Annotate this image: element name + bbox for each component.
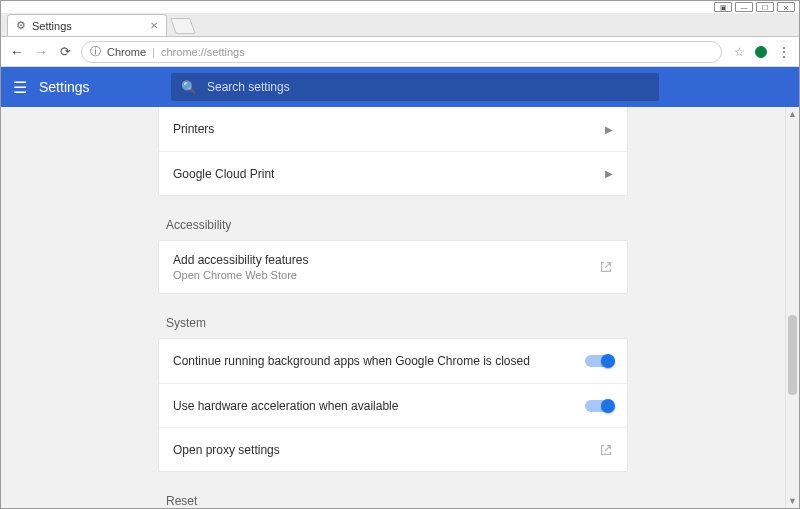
browser-tab-settings[interactable]: ⚙ Settings ✕ [7, 14, 167, 36]
settings-row-hardware-accel[interactable]: Use hardware acceleration when available [159, 383, 627, 427]
toggle-hardware-accel[interactable] [585, 400, 613, 412]
browser-menu-button[interactable]: ⋮ [777, 44, 791, 60]
navigation-bar: ← → ⟳ ⓘ Chrome | chrome://settings ☆ ⋮ [1, 37, 799, 67]
address-bar[interactable]: ⓘ Chrome | chrome://settings [81, 41, 722, 63]
section-label-system: System [166, 316, 628, 330]
hamburger-menu-icon[interactable]: ☰ [13, 78, 27, 97]
section-label-accessibility: Accessibility [166, 218, 628, 232]
tab-strip: ⚙ Settings ✕ [1, 13, 799, 37]
window-close-button[interactable]: ⨯ [777, 2, 795, 12]
scroll-up-arrow[interactable]: ▲ [786, 107, 799, 121]
tab-title: Settings [32, 20, 144, 32]
tab-close-icon[interactable]: ✕ [150, 20, 158, 31]
row-title: Add accessibility features [173, 253, 308, 267]
page-title: Settings [39, 79, 90, 95]
external-link-icon [599, 443, 613, 457]
extension-icon[interactable] [755, 46, 767, 58]
nav-forward-button[interactable]: → [33, 44, 49, 60]
row-label: Printers [173, 122, 214, 136]
toggle-background-apps[interactable] [585, 355, 613, 367]
settings-content: Printers ▶ Google Cloud Print ▶ Accessib… [1, 107, 785, 508]
window-title-bar: ▣ — ☐ ⨯ [1, 1, 799, 13]
row-subtitle: Open Chrome Web Store [173, 269, 308, 281]
row-label: Use hardware acceleration when available [173, 399, 398, 413]
search-icon: 🔍 [181, 80, 197, 95]
bookmark-star-icon[interactable]: ☆ [734, 45, 745, 59]
nav-back-button[interactable]: ← [9, 44, 25, 60]
external-link-icon [599, 260, 613, 274]
window-minimize-button[interactable]: — [735, 2, 753, 12]
address-scheme: Chrome [107, 46, 146, 58]
site-info-icon[interactable]: ⓘ [90, 44, 101, 59]
settings-row-accessibility[interactable]: Add accessibility features Open Chrome W… [159, 241, 627, 293]
nav-reload-button[interactable]: ⟳ [57, 44, 73, 59]
settings-header: ☰ Settings 🔍 [1, 67, 799, 107]
chevron-right-icon: ▶ [605, 124, 613, 135]
vertical-scrollbar[interactable]: ▲ ▼ [785, 107, 799, 508]
scroll-track[interactable] [786, 121, 799, 494]
settings-row-background-apps[interactable]: Continue running background apps when Go… [159, 339, 627, 383]
section-label-reset: Reset [166, 494, 628, 508]
new-tab-button[interactable] [170, 18, 196, 34]
address-path: chrome://settings [161, 46, 245, 58]
window-maximize-button[interactable]: ☐ [756, 2, 774, 12]
row-label: Open proxy settings [173, 443, 280, 457]
settings-search[interactable]: 🔍 [171, 73, 659, 101]
row-label: Continue running background apps when Go… [173, 354, 530, 368]
gear-icon: ⚙ [16, 19, 26, 32]
settings-row-cloud-print[interactable]: Google Cloud Print ▶ [159, 151, 627, 195]
search-input[interactable] [207, 80, 649, 94]
scroll-down-arrow[interactable]: ▼ [786, 494, 799, 508]
settings-row-printers[interactable]: Printers ▶ [159, 107, 627, 151]
row-label: Google Cloud Print [173, 167, 274, 181]
scroll-thumb[interactable] [788, 315, 797, 395]
window-user-button[interactable]: ▣ [714, 2, 732, 12]
chevron-right-icon: ▶ [605, 168, 613, 179]
settings-row-proxy[interactable]: Open proxy settings [159, 427, 627, 471]
